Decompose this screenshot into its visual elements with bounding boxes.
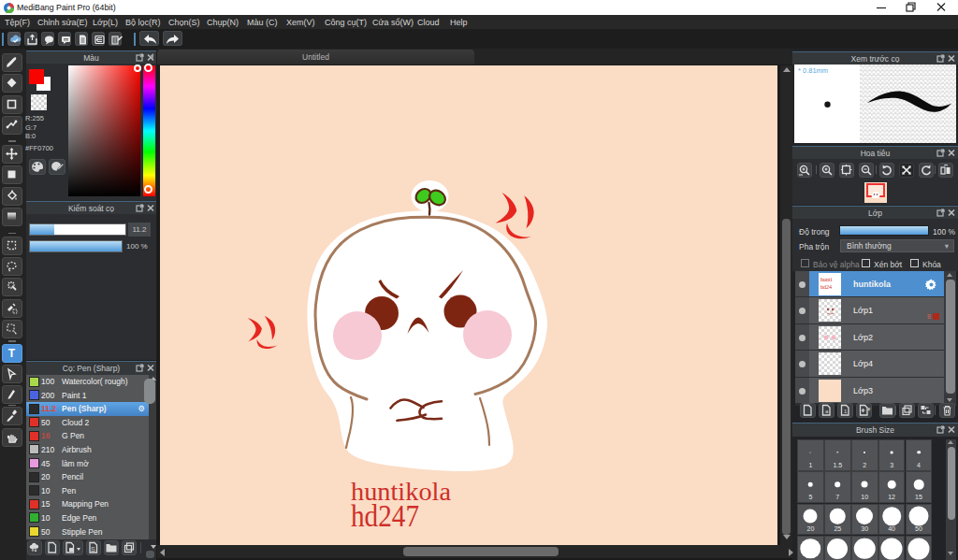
svg-text:hd24: hd24 xyxy=(820,284,832,290)
svg-text:1: 1 xyxy=(844,409,848,414)
svg-text:hunti: hunti xyxy=(820,277,833,282)
svg-text:hd247: hd247 xyxy=(351,498,419,533)
svg-text:S: S xyxy=(91,546,95,553)
svg-text:a: a xyxy=(825,409,829,414)
svg-text:T: T xyxy=(8,347,16,360)
